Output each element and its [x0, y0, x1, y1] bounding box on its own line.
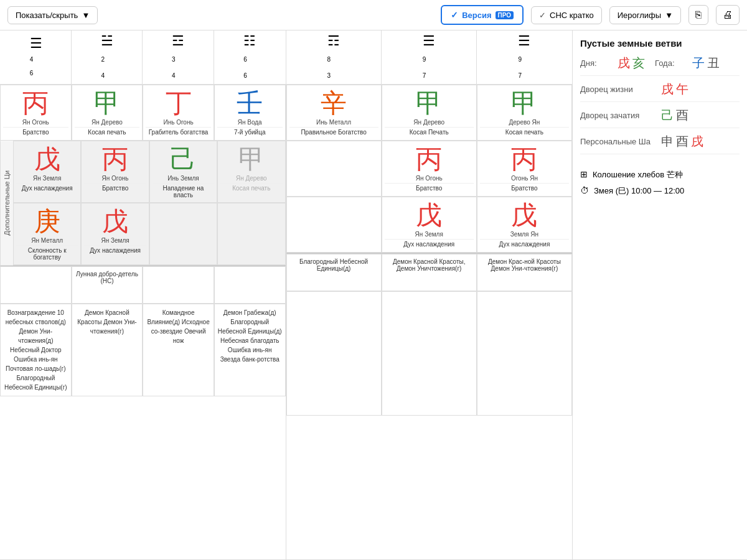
trigram-symbol-r2: ☰97: [423, 33, 435, 82]
trigram-symbol-3: ☲34: [172, 33, 184, 82]
char-cell-empty2: [217, 203, 285, 265]
chars-row3-right: 戊 Ян Земля Дух наслаждения 戊 Земля Ян Ду…: [286, 197, 573, 253]
char-role-jia4: Косая печать: [480, 127, 569, 136]
char-cell-geng[interactable]: 庚 Ян Металл Склонность к богатству: [13, 203, 81, 265]
char-cell-jia[interactable]: 甲 Ян Дерево Косая печать: [72, 85, 143, 141]
year-chars: 子 丑: [692, 55, 720, 72]
char-right-bing4[interactable]: 丙 Огонь Ян Братство: [477, 141, 572, 197]
char-role-xin: Правильное Богатство: [289, 127, 378, 136]
sha-char-shen: 申: [661, 133, 674, 150]
char-right-jia4[interactable]: 甲 Дерево Ян Косая печать: [477, 85, 572, 141]
grid-icon: ⊞: [580, 169, 588, 179]
trigram-cell-1[interactable]: ☰46: [0, 30, 72, 84]
char-wu2: 戊: [102, 207, 128, 236]
trigram-symbol-1: ☰46: [30, 37, 41, 78]
char-role-bing3: Братство: [385, 183, 474, 192]
char-cell-ji[interactable]: 己 Инь Земля Нападение на власть: [149, 141, 217, 203]
char-right-jia3[interactable]: 甲 Ян Дерево Косая Печать: [382, 85, 477, 141]
life-palace-row: Дворец жизни 戌 午: [580, 81, 740, 102]
trigram-right-1[interactable]: ☶83: [286, 30, 382, 84]
top-bar: Показать/скрыть ▼ ✓ Версия ПРО ✓ СНС кра…: [0, 0, 747, 30]
right-section: ☶83 ☰97 ☰97 辛 Инь Металл Правильное Бога…: [286, 30, 573, 559]
char-role-geng: Склонность к богатству: [16, 245, 78, 261]
char-ren: 壬: [237, 89, 263, 118]
stars-header-left: Лунная добро-детель (НС): [0, 266, 286, 304]
info-day-row: Дня: 戌 亥 Года: 子 丑: [580, 55, 740, 76]
special-info-2: ⏱ Змея (巳) 10:00 — 12:00: [580, 185, 740, 197]
char-right-bing3[interactable]: 丙 Ян Огонь Братство: [382, 141, 477, 197]
day-char-xu: 戌: [618, 55, 630, 72]
char-cell-ren[interactable]: 壬 Ян Вода 7-й убийца: [214, 85, 286, 141]
day-label: Дня:: [580, 58, 618, 68]
cns-button[interactable]: ✓ СНС кратко: [531, 6, 602, 24]
char-role-3: Грабитель богатства: [146, 127, 211, 136]
char-xin: 辛: [321, 89, 347, 118]
char-cell-ding[interactable]: 丁 Инь Огонь Грабитель богатства: [143, 85, 214, 141]
char-cell-bingday[interactable]: 丙 Ян Огонь Братство: [0, 85, 72, 141]
stars-header-right: Благородный Небесной Единицы(д) Демон Кр…: [286, 254, 573, 291]
char-right-xin[interactable]: 辛 Инь Металл Правильное Богатство: [286, 85, 382, 141]
conception-label: Дворец зачатия: [580, 111, 661, 120]
version-button[interactable]: ✓ Версия ПРО: [441, 5, 524, 25]
chars-row1-right: 辛 Инь Металл Правильное Богатство 甲 Ян Д…: [286, 85, 573, 141]
star-body4: Демон Грабежа(д) Благородный Небесной Ед…: [214, 304, 286, 396]
trigram-cell-2[interactable]: ☱24: [72, 30, 143, 84]
star-right-noble: Благородный Небесной Единицы(д): [286, 254, 382, 291]
year-label: Года:: [655, 58, 692, 68]
char-label-xin: Инь Металл: [316, 119, 351, 126]
stars-section-left: Лунная добро-детель (НС) Вознаграждение …: [0, 265, 286, 396]
star-lunar: Лунная добро-детель (НС): [72, 266, 143, 304]
char-wu3: 戊: [416, 201, 442, 230]
trigram-cell-4[interactable]: ☷66: [214, 30, 286, 84]
star-right-demon2: Демон Крас-ной Красоты Демон Уни-чтожени…: [477, 254, 572, 291]
star-body1: Вознаграждение 10 небесных стволов(д) Де…: [0, 304, 72, 396]
stars-body-left: Вознаграждение 10 небесных стволов(д) Де…: [0, 304, 286, 396]
main-layout: ☰46 ☱24 ☲34 ☷66 丙 Ян Огонь Братство: [0, 30, 747, 559]
char-cell-wu2[interactable]: 戊 Ян Земля Дух наслаждения: [81, 203, 149, 265]
trigram-row-right: ☶83 ☰97 ☰97: [286, 30, 573, 85]
char-label-ji: Инь Земля: [167, 175, 199, 182]
show-hide-button[interactable]: Показать/скрыть ▼: [7, 6, 98, 24]
share-icon: ⎘: [695, 9, 702, 20]
cns-check-icon: ✓: [539, 11, 546, 20]
char-cell-jia2[interactable]: 甲 Ян Дерево Косая печать: [217, 141, 285, 203]
share-button[interactable]: ⎘: [688, 5, 708, 25]
char-role-wu3: Дух наслаждения: [385, 239, 474, 248]
life-palace-chars: 戌 午: [661, 81, 688, 98]
char-right-wu3[interactable]: 戊 Ян Земля Дух наслаждения: [382, 197, 477, 253]
char-right-empty1: [286, 141, 382, 197]
char-label-3: Инь Огонь: [163, 119, 193, 126]
special-text-1: Колошение хлебов 芒种: [593, 169, 683, 180]
day-chars: 戌 亥: [618, 55, 645, 72]
life-palace-label: Дворец жизни: [580, 85, 661, 94]
char-role-2: Косая печать: [75, 127, 140, 136]
trigram-cell-3[interactable]: ☲34: [143, 30, 214, 84]
hieroglyphs-label: Иероглифы: [618, 11, 661, 20]
star-body2: Демон Красной Красоты Демон Уни-чтожения…: [72, 304, 143, 396]
hieroglyphs-dropdown[interactable]: Иероглифы ▼: [609, 6, 681, 24]
char-right-empty2: [286, 197, 382, 253]
trigram-right-3[interactable]: ☰97: [477, 30, 572, 84]
sha-row: Персональные Ша 申 酉 戌: [580, 133, 740, 154]
chevron-down-icon: ▼: [82, 11, 90, 20]
pro-badge: ПРО: [496, 11, 514, 19]
print-button[interactable]: 🖨: [716, 5, 740, 25]
trigram-right-2[interactable]: ☰97: [382, 30, 477, 84]
char-bing4: 丙: [511, 145, 537, 174]
chars-row3-left: 庚 Ян Металл Склонность к богатству 戊 Ян …: [13, 203, 286, 265]
star-right-demon1: Демон Красной Красоты, Демон Уничтожения…: [382, 254, 477, 291]
special-text-2: Змея (巳) 10:00 — 12:00: [594, 185, 684, 197]
char-cell-bing2[interactable]: 丙 Ян Огонь Братство: [81, 141, 149, 203]
char-role-wu1: Дух наслаждения: [16, 183, 78, 192]
version-check-icon: ✓: [451, 10, 458, 20]
char-bing-day: 丙: [22, 89, 49, 118]
char-role-bing4: Братство: [480, 183, 569, 192]
char-right-wu4[interactable]: 戊 Земля Ян Дух наслаждения: [477, 197, 572, 253]
char-label-jia3: Ян Дерево: [413, 119, 444, 126]
char-label-1: Ян Огонь: [22, 119, 49, 126]
left-panel: ☰46 ☱24 ☲34 ☷66 丙 Ян Огонь Братство: [0, 30, 286, 559]
char-cell-wu1[interactable]: 戊 Ян Земля Дух наслаждения: [13, 141, 81, 203]
char-cell-empty1: [149, 203, 217, 265]
char-jia2: 甲: [238, 145, 265, 174]
version-label: Версия: [462, 11, 491, 20]
